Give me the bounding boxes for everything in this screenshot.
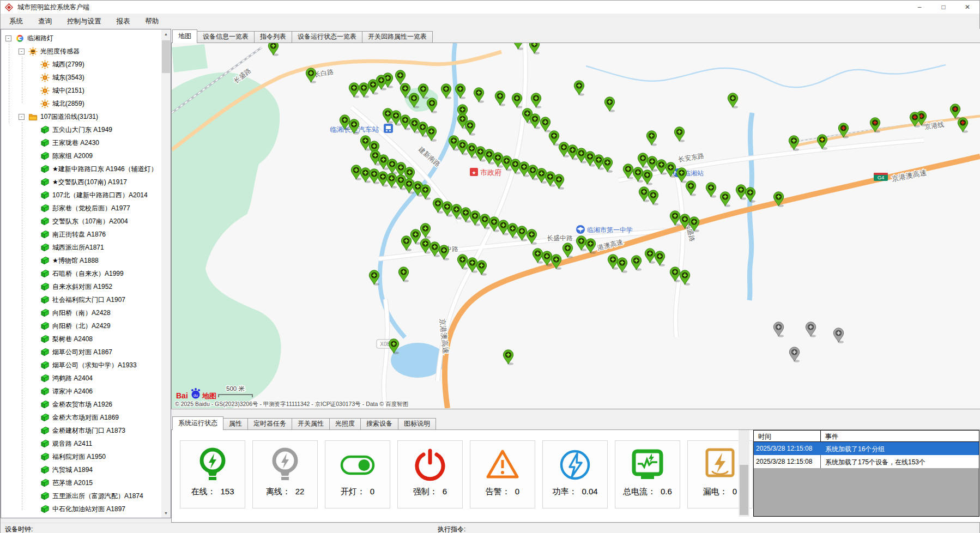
map-marker[interactable]: [388, 338, 400, 354]
map-marker[interactable]: [727, 93, 739, 108]
tree-item[interactable]: 向阳桥（北）A2429: [1, 319, 161, 332]
event-log-row[interactable]: 2025/3/28 12:15:08系统加载了175个设备，在线153个: [754, 455, 979, 468]
tree-item[interactable]: 石咀桥（自来水）A1999: [1, 267, 161, 280]
map-marker[interactable]: [473, 87, 485, 103]
poi-government[interactable]: ★ 市政府: [470, 168, 501, 177]
tree-item[interactable]: 107北（建新中路路口西）A2014: [1, 189, 161, 202]
map-marker[interactable]: [526, 229, 537, 245]
tree-item[interactable]: 芭茅塘 A2015: [1, 476, 161, 489]
map-marker[interactable]: [646, 130, 657, 146]
map-marker[interactable]: [420, 223, 431, 239]
map-marker[interactable]: [773, 322, 784, 337]
tab[interactable]: 设备运行状态一览表: [292, 31, 362, 43]
tab[interactable]: 定时器任务: [247, 418, 292, 429]
map-marker[interactable]: [553, 174, 565, 190]
tree-item[interactable]: 五尖山大门东 A1949: [1, 123, 161, 136]
map-marker[interactable]: [688, 216, 700, 232]
map-marker[interactable]: [464, 120, 476, 136]
menu-item[interactable]: 报表: [109, 15, 138, 28]
map-marker[interactable]: [426, 126, 437, 142]
map-marker[interactable]: [679, 270, 691, 286]
map-marker[interactable]: [562, 243, 573, 258]
map-marker[interactable]: [604, 96, 615, 112]
map-marker[interactable]: [648, 190, 659, 205]
map-canvas[interactable]: 长盛路 长白路 建新南路 长盛中路 长盛中路 港澳高速 长安东路 长盛路 京港线…: [172, 43, 980, 408]
tree-item[interactable]: 城中(2151): [1, 84, 161, 97]
tree-item[interactable]: 陈家组 A2009: [1, 149, 161, 162]
maximize-button[interactable]: □: [931, 1, 955, 14]
tree-item[interactable]: 烟草公司对面 A1867: [1, 346, 161, 359]
map-marker[interactable]: [616, 257, 628, 273]
scroll-up-icon[interactable]: ▲: [161, 29, 171, 39]
map-marker[interactable]: [685, 180, 697, 196]
map-marker[interactable]: [408, 93, 420, 108]
tree-item[interactable]: 汽贸城 A1894: [1, 463, 161, 476]
event-log-row[interactable]: 2025/3/28 12:15:08系统加载了16个分组: [754, 442, 979, 455]
map-marker[interactable]: [788, 135, 800, 151]
map-marker[interactable]: [805, 322, 816, 337]
map-marker[interactable]: [909, 112, 921, 128]
tree-item[interactable]: 城西派出所A1871: [1, 241, 161, 254]
tab[interactable]: 设备信息一览表: [197, 31, 255, 43]
map-marker[interactable]: [440, 83, 452, 99]
tab[interactable]: 开关属性: [292, 418, 330, 429]
tree-item[interactable]: 中石化加油站对面 A1897: [1, 502, 161, 516]
map-marker[interactable]: [529, 43, 540, 54]
map-marker[interactable]: [368, 270, 380, 286]
scroll-down-icon[interactable]: ▼: [161, 508, 171, 518]
map-marker[interactable]: [573, 80, 585, 96]
poi-school[interactable]: 临湘市第一中学: [576, 225, 633, 234]
map-marker[interactable]: [401, 235, 412, 251]
tree-item[interactable]: 金桥农贸市场 A1926: [1, 398, 161, 411]
tree-item[interactable]: 社会福利院大门口 A1907: [1, 293, 161, 306]
tree-expander[interactable]: -: [5, 35, 11, 41]
map-marker[interactable]: [438, 245, 450, 261]
map-marker[interactable]: [957, 117, 969, 133]
tab[interactable]: 属性: [223, 418, 248, 429]
tree-item[interactable]: 彭家巷（党校后面）A1977: [1, 202, 161, 215]
tree-item[interactable]: 观音路 A2411: [1, 437, 161, 450]
tree-item[interactable]: -光照度传感器: [1, 45, 161, 58]
map-marker[interactable]: [268, 43, 279, 56]
menu-item[interactable]: 系统: [2, 15, 31, 28]
map-marker[interactable]: [654, 251, 666, 266]
tab[interactable]: 系统运行状态: [172, 416, 223, 430]
map-marker[interactable]: [420, 184, 431, 200]
map-marker[interactable]: [551, 254, 562, 270]
map-marker[interactable]: [358, 82, 370, 98]
map-marker[interactable]: [602, 157, 613, 173]
map-marker[interactable]: [642, 169, 653, 185]
tree-item[interactable]: 交警队东（107南）A2004: [1, 215, 161, 228]
map-marker[interactable]: [494, 90, 506, 106]
map-marker[interactable]: [719, 191, 731, 207]
map-marker[interactable]: [530, 93, 542, 108]
tree-item[interactable]: 谭家冲 A2406: [1, 385, 161, 398]
map-marker[interactable]: [511, 93, 523, 108]
map-marker[interactable]: [816, 134, 828, 150]
map-view[interactable]: 长盛路 长白路 建新南路 长盛中路 长盛中路 港澳高速 长安东路 长盛路 京港线…: [171, 43, 980, 409]
tree-scrollbar[interactable]: ▲ ▼: [161, 29, 171, 518]
tree-expander[interactable]: -: [19, 114, 25, 120]
tree-item[interactable]: 五里派出所（富源汽配）A1874: [1, 489, 161, 502]
menu-item[interactable]: 控制与设置: [59, 15, 109, 28]
tree-item[interactable]: 福利院对面 A1950: [1, 450, 161, 463]
tree-item[interactable]: 向阳桥（南）A2428: [1, 306, 161, 319]
map-marker[interactable]: [833, 328, 844, 343]
scrollbar-thumb[interactable]: [162, 40, 170, 73]
scrollbar-thumb[interactable]: [740, 465, 748, 515]
tab[interactable]: 指令列表: [254, 31, 292, 43]
tab[interactable]: 开关回路属性一览表: [362, 31, 433, 43]
tree-item[interactable]: ★博物馆 A1888: [1, 254, 161, 267]
tree-item[interactable]: 南正街转盘 A1876: [1, 228, 161, 241]
tab[interactable]: 图标说明: [398, 418, 436, 429]
tree-item[interactable]: 金桥建材市场门口 A1873: [1, 424, 161, 437]
tree-item[interactable]: 王家珑巷 A2430: [1, 136, 161, 149]
tree-item[interactable]: 城东(3543): [1, 71, 161, 84]
minimize-button[interactable]: –: [908, 1, 931, 14]
map-marker[interactable]: [348, 119, 360, 135]
map-marker[interactable]: [869, 117, 881, 133]
tree-item[interactable]: 城西(2799): [1, 58, 161, 71]
map-marker[interactable]: [674, 126, 685, 142]
map-marker[interactable]: [503, 349, 514, 365]
tree-item[interactable]: 自来水斜对面 A1952: [1, 280, 161, 293]
